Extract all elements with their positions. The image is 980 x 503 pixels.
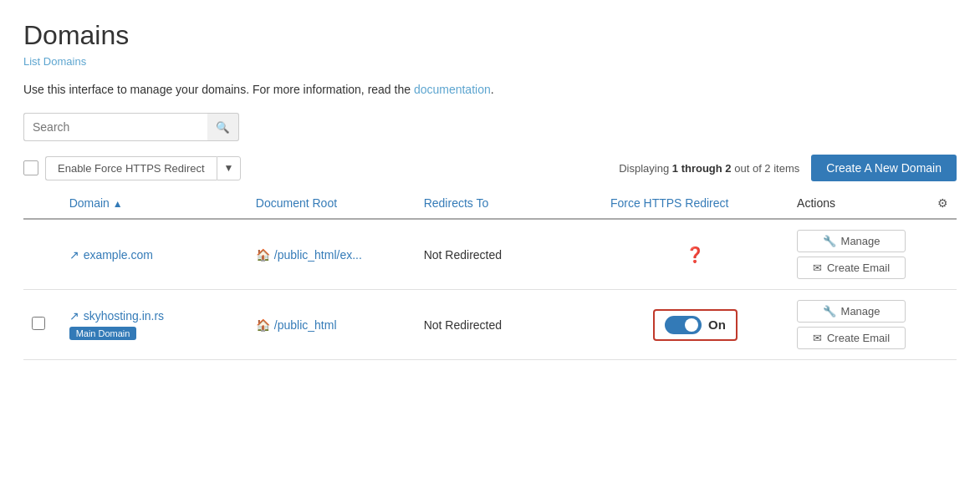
- th-domain[interactable]: Domain ▲: [61, 188, 248, 219]
- row1-checkbox-cell: [23, 219, 61, 290]
- row1-docroot-value: /public_html/ex...: [274, 248, 362, 262]
- row2-redirects-value: Not Redirected: [424, 318, 502, 332]
- th-domain-label: Domain: [69, 196, 110, 210]
- wrench-icon: 🔧: [823, 305, 836, 318]
- toolbar: Enable Force HTTPS Redirect ▼ Displaying…: [23, 155, 957, 181]
- main-domain-badge: Main Domain: [69, 327, 137, 340]
- external-link-icon: ↗: [69, 248, 79, 262]
- sort-arrow-icon: ▲: [113, 198, 123, 210]
- documentation-link[interactable]: documentation: [414, 83, 491, 96]
- row2-docroot-cell: 🏠 /public_html: [248, 290, 416, 360]
- question-icon[interactable]: ❓: [686, 246, 704, 263]
- row1-domain-link[interactable]: ↗ example.com: [69, 248, 239, 262]
- row1-domain-name: example.com: [84, 248, 153, 262]
- row1-manage-button[interactable]: 🔧 Manage: [797, 230, 906, 252]
- row2-checkbox[interactable]: [32, 317, 45, 330]
- row2-domain-link[interactable]: ↗ skyhosting.in.rs: [69, 309, 239, 323]
- row2-domain-cell: ↗ skyhosting.in.rs Main Domain: [61, 290, 248, 360]
- row1-redirects-value: Not Redirected: [424, 248, 502, 262]
- row2-actions-cell: 🔧 Manage ✉ Create Email: [789, 290, 957, 360]
- row2-domain-name: skyhosting.in.rs: [84, 309, 164, 323]
- th-redirects: Redirects To: [416, 188, 602, 219]
- page-title: Domains: [23, 20, 957, 51]
- row2-actions: 🔧 Manage ✉ Create Email: [797, 300, 948, 349]
- th-force-https: Force HTTPS Redirect: [602, 188, 789, 219]
- table-header-row: Domain ▲ Document Root Redirects To Forc…: [23, 188, 957, 219]
- breadcrumb-link[interactable]: List Domains: [23, 55, 86, 68]
- enable-redirect-dropdown[interactable]: ▼: [217, 156, 242, 180]
- th-docroot-label: Document Root: [256, 196, 337, 210]
- row1-redirects-cell: Not Redirected: [416, 219, 602, 290]
- row1-docroot-cell: 🏠 /public_html/ex...: [248, 219, 416, 290]
- table-row: ↗ skyhosting.in.rs Main Domain 🏠 /public…: [23, 290, 957, 360]
- enable-redirect-button[interactable]: Enable Force HTTPS Redirect: [45, 156, 217, 180]
- row1-domain-cell: ↗ example.com: [61, 219, 248, 290]
- home-icon: 🏠: [256, 248, 270, 262]
- row2-checkbox-cell: [23, 290, 61, 360]
- description-end: .: [491, 83, 494, 96]
- force-https-toggle-wrapper: On: [653, 309, 738, 341]
- toolbar-right: Displaying 1 through 2 out of 2 items Cr…: [619, 155, 957, 181]
- displaying-range: 1 through 2: [672, 162, 732, 175]
- search-button[interactable]: 🔍: [207, 113, 239, 141]
- description-text: Use this interface to manage your domain…: [23, 83, 411, 96]
- th-checkbox: [23, 188, 61, 219]
- toolbar-left: Enable Force HTTPS Redirect ▼: [23, 156, 241, 180]
- search-input[interactable]: [23, 113, 207, 141]
- page-description: Use this interface to manage your domain…: [23, 83, 957, 96]
- email-icon: ✉: [813, 332, 822, 344]
- home-icon: 🏠: [256, 318, 270, 332]
- th-redirects-label: Redirects To: [424, 196, 489, 210]
- row2-redirects-cell: Not Redirected: [416, 290, 602, 360]
- email-icon: ✉: [813, 262, 822, 274]
- row1-create-email-button[interactable]: ✉ Create Email: [797, 257, 906, 279]
- th-actions-label: Actions: [797, 196, 835, 210]
- domains-table: Domain ▲ Document Root Redirects To Forc…: [23, 188, 957, 360]
- row1-actions: 🔧 Manage ✉ Create Email: [797, 230, 948, 279]
- chevron-down-icon: ▼: [224, 162, 234, 174]
- row1-force-https-cell: ❓: [602, 219, 789, 290]
- row2-create-email-button[interactable]: ✉ Create Email: [797, 327, 906, 349]
- select-all-checkbox[interactable]: [23, 160, 38, 175]
- th-force-https-label: Force HTTPS Redirect: [610, 196, 729, 210]
- row1-actions-cell: 🔧 Manage ✉ Create Email: [789, 219, 957, 290]
- row2-manage-button[interactable]: 🔧 Manage: [797, 300, 906, 323]
- force-https-toggle[interactable]: [665, 316, 702, 334]
- table-row: ↗ example.com 🏠 /public_html/ex... Not R…: [23, 219, 957, 290]
- enable-redirect-split-button: Enable Force HTTPS Redirect ▼: [45, 156, 241, 180]
- th-actions: Actions ⚙: [789, 188, 957, 219]
- toggle-on-label: On: [708, 318, 726, 332]
- external-link-icon: ↗: [69, 309, 79, 323]
- wrench-icon: 🔧: [823, 235, 836, 247]
- toggle-slider: [665, 316, 702, 334]
- search-bar: 🔍: [23, 113, 957, 141]
- gear-icon[interactable]: ⚙: [937, 196, 948, 210]
- row2-docroot-value: /public_html: [274, 318, 337, 332]
- displaying-info: Displaying 1 through 2 out of 2 items: [619, 162, 799, 175]
- search-icon: 🔍: [216, 121, 230, 134]
- row1-docroot-link[interactable]: 🏠 /public_html/ex...: [256, 248, 407, 262]
- displaying-total: out of 2 items: [734, 162, 799, 175]
- th-docroot: Document Root: [248, 188, 416, 219]
- create-new-domain-button[interactable]: Create A New Domain: [811, 155, 957, 181]
- row2-docroot-link[interactable]: 🏠 /public_html: [256, 318, 407, 332]
- row2-force-https-cell: On: [602, 290, 789, 360]
